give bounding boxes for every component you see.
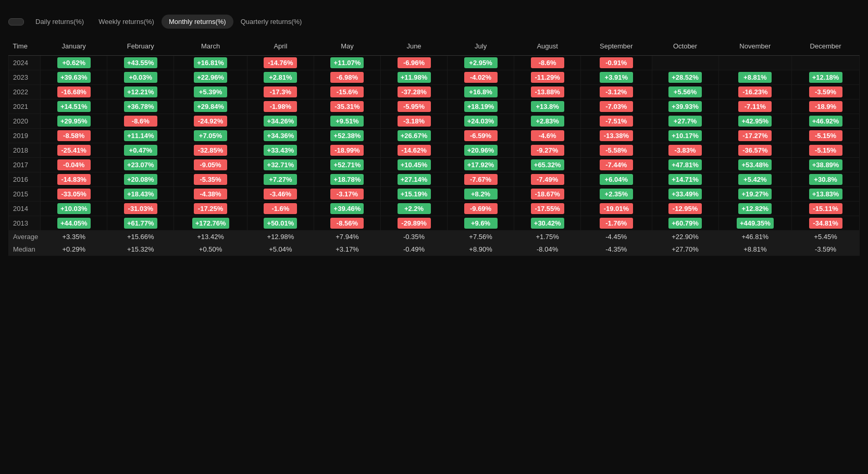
table-row: 2017-0.04%+23.07%-9.05%+32.71%+52.71%+10… <box>9 158 860 172</box>
value-cell: +20.96% <box>448 143 514 158</box>
value-cell: -19.01% <box>581 202 652 216</box>
return-value: +30.8% <box>809 174 842 185</box>
median-cell: +5.04% <box>247 243 314 256</box>
value-cell: -29.89% <box>380 216 447 231</box>
value-cell: -17.25% <box>174 202 247 216</box>
median-cell: +3.17% <box>314 243 380 256</box>
return-value: -1.6% <box>264 203 297 214</box>
return-value: -0.04% <box>57 159 91 170</box>
value-cell: -34.81% <box>792 216 860 231</box>
value-cell: +5.56% <box>652 85 718 99</box>
return-value: +61.77% <box>124 218 157 229</box>
return-value: -3.83% <box>668 145 702 156</box>
return-value: +0.03% <box>124 72 157 83</box>
value-cell: +12.82% <box>718 202 792 216</box>
year-cell: 2017 <box>9 158 41 172</box>
value-cell: +19.27% <box>718 187 792 202</box>
return-value: -6.59% <box>464 130 498 141</box>
return-value: +5.42% <box>738 174 772 185</box>
return-value: +33.43% <box>264 145 297 156</box>
median-cell: +8.90% <box>448 243 514 256</box>
value-cell: +14.51% <box>41 99 107 114</box>
return-value: -7.11% <box>738 101 772 112</box>
value-cell: -5.58% <box>581 143 652 158</box>
value-cell: -7.03% <box>581 99 652 114</box>
value-cell: +36.78% <box>107 99 174 114</box>
median-row: Median+0.29%+15.32%+0.50%+5.04%+3.17%-0.… <box>9 243 860 256</box>
return-value: +2.95% <box>464 57 498 68</box>
return-value: +2.35% <box>600 189 633 199</box>
value-cell: +8.81% <box>718 70 792 85</box>
return-value: +19.27% <box>738 189 772 199</box>
value-cell: +46.92% <box>792 114 860 129</box>
column-header: November <box>718 37 792 56</box>
return-value: +22.96% <box>194 72 227 83</box>
value-cell: +0.62% <box>41 56 107 70</box>
value-cell: +39.63% <box>41 70 107 85</box>
return-value: +6.04% <box>600 174 633 185</box>
average-cell: +1.75% <box>514 231 581 243</box>
value-cell: -7.49% <box>514 172 581 187</box>
return-value: -7.44% <box>600 159 633 170</box>
tab-button[interactable]: Monthly returns(%) <box>162 15 233 29</box>
return-value: +12.18% <box>809 72 842 83</box>
return-value: +5.56% <box>668 86 702 97</box>
return-value: -13.88% <box>531 86 564 97</box>
ticker-button[interactable] <box>8 18 24 26</box>
value-cell: +16.8% <box>448 85 514 99</box>
return-value: +23.07% <box>124 159 157 170</box>
column-header: August <box>514 37 581 56</box>
return-value: +14.71% <box>668 174 702 185</box>
return-value: -29.89% <box>398 218 431 229</box>
return-value: +47.81% <box>668 159 702 170</box>
return-value: +18.43% <box>124 189 157 199</box>
value-cell: -16.68% <box>41 85 107 99</box>
return-value: -3.12% <box>600 86 633 97</box>
value-cell: +11.07% <box>314 56 380 70</box>
return-value: -0.91% <box>600 57 633 68</box>
average-cell: +13.42% <box>174 231 247 243</box>
value-cell: -5.35% <box>174 172 247 187</box>
value-cell: +52.38% <box>314 129 380 143</box>
tab-group: Daily returns(%)Weekly returns(%)Monthly… <box>28 15 309 29</box>
tab-button[interactable]: Weekly returns(%) <box>91 15 162 29</box>
return-value: -18.99% <box>330 145 364 156</box>
value-cell: +20.08% <box>107 172 174 187</box>
average-cell: +22.90% <box>652 231 718 243</box>
return-value: +26.67% <box>398 130 431 141</box>
value-cell: +11.98% <box>380 70 447 85</box>
value-cell: -37.28% <box>380 85 447 99</box>
average-cell: +7.56% <box>448 231 514 243</box>
tab-button[interactable]: Quarterly returns(%) <box>233 15 309 29</box>
value-cell: +7.27% <box>247 172 314 187</box>
return-value: -1.76% <box>600 218 633 229</box>
value-cell: -0.91% <box>581 56 652 70</box>
value-cell: +11.14% <box>107 129 174 143</box>
return-value: -3.46% <box>264 189 297 199</box>
return-value: -16.68% <box>57 86 91 97</box>
value-cell: -7.67% <box>448 172 514 187</box>
value-cell: +10.45% <box>380 158 447 172</box>
return-value: +9.51% <box>330 116 364 127</box>
return-value: +29.84% <box>194 101 227 112</box>
tab-button[interactable]: Daily returns(%) <box>28 15 91 29</box>
return-value: +2.2% <box>398 203 431 214</box>
return-value: +18.78% <box>330 174 364 185</box>
return-value: -17.55% <box>531 203 564 214</box>
value-cell: -1.76% <box>581 216 652 231</box>
return-value: -9.69% <box>464 203 498 214</box>
average-cell: -0.35% <box>380 231 447 243</box>
column-header: May <box>314 37 380 56</box>
median-label: Median <box>9 243 41 256</box>
year-cell: 2022 <box>9 85 41 99</box>
value-cell: +10.17% <box>652 129 718 143</box>
column-header: July <box>448 37 514 56</box>
value-cell: -3.46% <box>247 187 314 202</box>
return-value: -3.17% <box>330 189 364 199</box>
return-value: +20.08% <box>124 174 157 185</box>
value-cell: +15.19% <box>380 187 447 202</box>
value-cell: -4.02% <box>448 70 514 85</box>
value-cell: +13.8% <box>514 99 581 114</box>
value-cell: +2.35% <box>581 187 652 202</box>
value-cell: -15.6% <box>314 85 380 99</box>
